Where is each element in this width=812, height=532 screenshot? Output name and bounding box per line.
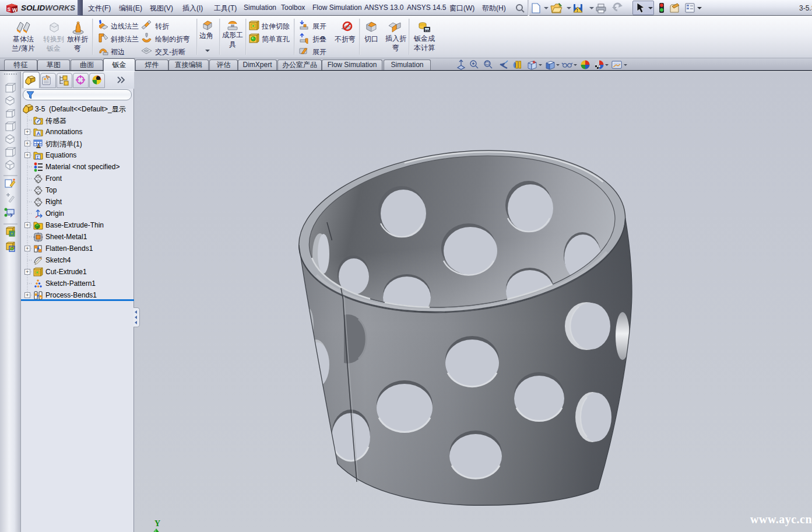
svg-text:Σ: Σ: [37, 155, 40, 160]
svg-text:W: W: [12, 7, 17, 13]
svg-text:!: !: [577, 8, 578, 13]
svg-text:S: S: [8, 6, 11, 12]
svg-text:A: A: [37, 131, 41, 136]
svg-text:Y: Y: [154, 519, 160, 528]
